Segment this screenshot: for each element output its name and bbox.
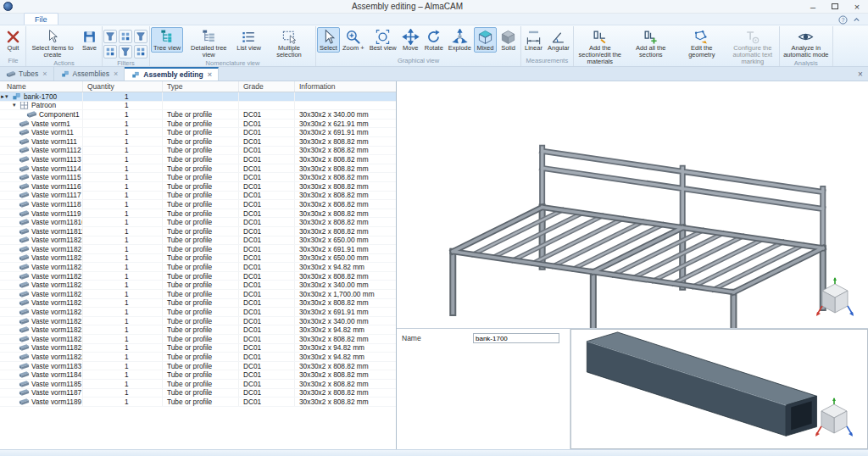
- tab-close-icon[interactable]: ×: [208, 70, 212, 79]
- table-row[interactable]: Vaste vorm1184 1 Tube or profile DC01 30…: [0, 370, 396, 380]
- collapse-ribbon-icon[interactable]: [852, 15, 861, 25]
- move-button[interactable]: Move: [399, 27, 422, 53]
- tree-expander[interactable]: ▾: [5, 93, 11, 100]
- table-row[interactable]: Vaste vorm11 1 Tube or profile DC01 30x3…: [0, 128, 396, 137]
- cell-type: Tube or profile: [163, 182, 239, 191]
- configure-the-automatic-text-marking-button[interactable]: Configure the automatic text marking: [727, 27, 778, 66]
- tree-indent: [5, 105, 13, 106]
- cell-information: 30x30x2 x 691.91 mm: [295, 128, 396, 136]
- table-row[interactable]: Vaste vorm1118 1 Tube or profile DC01 30…: [0, 200, 396, 209]
- table-row[interactable]: Vaste vorm118211 1 Tube or profile DC01 …: [0, 236, 396, 246]
- table-row[interactable]: Vaste vorm11821124 1 Tube or profile DC0…: [0, 290, 396, 299]
- select-button[interactable]: Select: [317, 27, 340, 53]
- tab-close-icon[interactable]: ×: [114, 70, 118, 78]
- table-row[interactable]: Vaste vorm11810 1 Tube or profile DC01 3…: [0, 218, 396, 227]
- table-row[interactable]: Vaste vorm1112 1 Tube or profile DC01 30…: [0, 147, 396, 156]
- table-row[interactable]: Vaste vorm1119 1 Tube or profile DC01 30…: [0, 209, 396, 219]
- table-row[interactable]: Vaste vorm118223 1 Tube or profile DC01 …: [0, 353, 396, 362]
- table-row[interactable]: Component1 1 Tube or profile DC01 30x30x…: [0, 110, 396, 120]
- tree-view-button[interactable]: Tree view: [151, 27, 183, 53]
- multiple-selection-icon: [281, 29, 298, 45]
- table-row[interactable]: Vaste vorm11821123 1 Tube or profile DC0…: [0, 281, 396, 290]
- column-header-name[interactable]: Name: [0, 81, 83, 92]
- tube-icon: [19, 254, 30, 263]
- mixed-button[interactable]: Mixed: [474, 27, 497, 53]
- list-view-button[interactable]: List view: [234, 27, 264, 53]
- table-row[interactable]: Vaste vorm1182132 1 Tube or profile DC01…: [0, 335, 396, 344]
- add-all-the-sections-button[interactable]: Add all the sections: [626, 27, 676, 59]
- help-icon[interactable]: ?: [838, 15, 848, 25]
- table-row[interactable]: Vaste vorm1182123 1 Tube or profile DC01…: [0, 325, 396, 335]
- tree-expander[interactable]: ▾: [13, 102, 19, 108]
- tab-file[interactable]: File: [24, 13, 58, 25]
- filter-2-button[interactable]: [119, 30, 132, 43]
- filter-3-button[interactable]: [134, 30, 147, 43]
- rotate-button[interactable]: Rotate: [422, 27, 446, 53]
- part-3d-viewport[interactable]: [570, 329, 868, 449]
- table-row[interactable]: Vaste vorm111 1 Tube or profile DC01 30x…: [0, 137, 396, 147]
- table-row[interactable]: Vaste vorm11821111 1 Tube or profile DC0…: [0, 254, 396, 264]
- tab-assemblies[interactable]: Assemblies ×: [54, 67, 125, 81]
- table-row[interactable]: Vaste vorm1183 1 Tube or profile DC01 30…: [0, 362, 396, 371]
- column-header-grade[interactable]: Grade: [239, 81, 295, 92]
- table-row[interactable]: Vaste vorm1114 1 Tube or profile DC01 30…: [0, 164, 396, 174]
- cell-name-text: Vaste vorm111: [31, 137, 77, 146]
- tree-indent: [5, 231, 13, 231]
- angular-button[interactable]: Angular: [545, 27, 572, 53]
- table-row[interactable]: Vaste vorm1185 1 Tube or profile DC01 30…: [0, 380, 396, 389]
- linear-button[interactable]: Linear: [522, 27, 545, 53]
- edit-the-geometry-button[interactable]: Edit the geometry: [676, 27, 727, 59]
- close-button[interactable]: ×: [846, 0, 868, 13]
- cell-quantity: 1: [83, 272, 163, 281]
- column-header-information[interactable]: Information: [295, 81, 396, 92]
- table-row[interactable]: Vaste vorm11821122 1 Tube or profile DC0…: [0, 272, 396, 281]
- table-row[interactable]: Vaste vorm1115 1 Tube or profile DC01 30…: [0, 173, 396, 182]
- solid-button[interactable]: Solid: [497, 27, 520, 53]
- minimize-button[interactable]: –: [802, 0, 824, 13]
- table-row[interactable]: Vaste vorm118212 1 Tube or profile DC01 …: [0, 299, 396, 309]
- column-header-type[interactable]: Type: [163, 81, 239, 92]
- orientation-cube[interactable]: [815, 277, 854, 320]
- tabbar-close-button[interactable]: ×: [853, 70, 868, 79]
- filter-5-button[interactable]: [119, 45, 132, 58]
- tab-assembly-editing[interactable]: Assembly editing ×: [125, 67, 219, 81]
- table-row[interactable]: Vaste vorm1117 1 Tube or profile DC01 30…: [0, 192, 396, 201]
- save-button[interactable]: Save: [78, 27, 101, 53]
- table-row[interactable]: ▾ Patroon 1: [0, 102, 396, 111]
- cell-name-text: Vaste vorm1187: [31, 389, 81, 398]
- maximize-button[interactable]: [824, 0, 846, 13]
- best-view-button[interactable]: Best view: [367, 27, 399, 53]
- cell-information: 30x30x2 x 808.82 mm: [295, 362, 396, 370]
- quit-button[interactable]: Quit: [2, 27, 25, 53]
- filter-6-button[interactable]: [134, 45, 147, 58]
- tube-icon: [19, 192, 30, 200]
- table-row[interactable]: Vaste vorm1182121 1 Tube or profile DC01…: [0, 308, 396, 317]
- table-row[interactable]: Vaste vorm1182122 1 Tube or profile DC01…: [0, 317, 396, 326]
- detailed-tree-view-button[interactable]: Detailed tree view: [183, 27, 234, 59]
- table-row[interactable]: Vaste vorm11811 1 Tube or profile DC01 3…: [0, 227, 396, 236]
- filter-4-button[interactable]: [103, 45, 117, 58]
- table-row[interactable]: Vaste vorm1182112 1 Tube or profile DC01…: [0, 263, 396, 272]
- column-header-quantity[interactable]: Quantity: [83, 81, 163, 92]
- table-row[interactable]: Vaste vorm1 1 Tube or profile DC01 30x30…: [0, 120, 396, 129]
- table-row[interactable]: Vaste vorm1187 1 Tube or profile DC01 30…: [0, 389, 396, 398]
- multiple-selection-button[interactable]: Multiple selection: [264, 27, 314, 59]
- ribbon-group: Select Zoom + Best view Move Rotate Expl…: [316, 26, 521, 66]
- explode-button[interactable]: Explode: [446, 27, 474, 53]
- table-row[interactable]: Vaste vorm1182111 1 Tube or profile DC01…: [0, 245, 396, 254]
- name-input[interactable]: [473, 333, 559, 343]
- assembly-3d-viewport[interactable]: [397, 81, 868, 329]
- tab-close-icon[interactable]: ×: [42, 70, 47, 78]
- tab-tubes[interactable]: Tubes ×: [0, 67, 54, 81]
- analyze-in-automatic-mode-button[interactable]: Analyze in automatic mode: [781, 27, 832, 59]
- table-row[interactable]: Vaste vorm1189 1 Tube or profile DC01 30…: [0, 398, 396, 407]
- table-row[interactable]: Vaste vorm1116 1 Tube or profile DC01 30…: [0, 182, 396, 192]
- filter-1-button[interactable]: [103, 30, 117, 43]
- add-the-section-edit-the-materials-button[interactable]: Add the section/edit the materials: [575, 27, 626, 66]
- orientation-cube[interactable]: [815, 398, 854, 440]
- table-row[interactable]: Vaste vorm1113 1 Tube or profile DC01 30…: [0, 155, 396, 164]
- table-row[interactable]: Vaste vorm118222 1 Tube or profile DC01 …: [0, 344, 396, 353]
- table-row[interactable]: ▸ ▾ bank-1700 1: [0, 92, 396, 102]
- select-items-to-create-button[interactable]: Select items to create: [27, 27, 78, 59]
- zoom-button[interactable]: Zoom +: [340, 27, 367, 53]
